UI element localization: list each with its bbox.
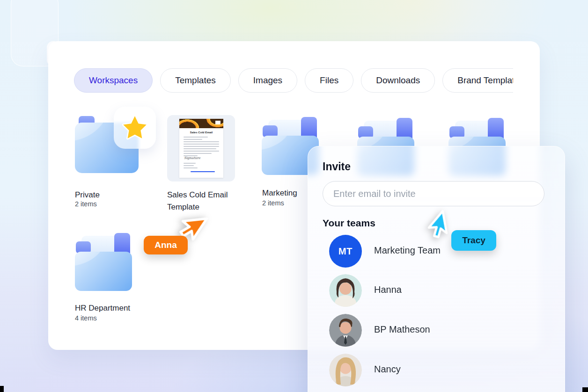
team-row-name: BP Matheson — [374, 324, 430, 335]
folder-private-meta: 2 items — [75, 200, 97, 208]
star-badge — [114, 107, 156, 149]
nancy-avatar — [329, 354, 362, 386]
folder-hr-name: HR Department — [75, 302, 130, 314]
template-header-art — [179, 119, 223, 128]
teams-heading: Your teams — [323, 218, 375, 229]
template-doc-title: Sales Cold Email — [179, 131, 223, 134]
invite-email-input[interactable] — [323, 181, 544, 206]
bp-matheson-avatar — [329, 314, 362, 347]
avatar-initials: MT — [338, 246, 353, 257]
template-logo — [215, 121, 220, 126]
invite-panel: Invite Your teams MT Marketing Team Hann… — [308, 146, 565, 392]
star-icon — [120, 113, 149, 142]
folder-private-name: Private — [75, 189, 100, 201]
tab-templates[interactable]: Templates — [160, 68, 231, 93]
team-row-name: Nancy — [374, 364, 401, 375]
hanna-avatar — [329, 274, 362, 307]
tab-brand-templates[interactable]: Brand Templates — [442, 68, 513, 93]
folder-marketing-name: Marketing — [262, 187, 297, 199]
workspace-screen: Workspaces Templates Images Files Downlo… — [0, 0, 588, 392]
tab-workspaces[interactable]: Workspaces — [74, 68, 153, 93]
screen-corner-artifact — [0, 386, 4, 392]
invite-title: Invite — [323, 160, 351, 173]
template-footer-lines — [184, 163, 202, 170]
team-row-name: Marketing Team — [374, 245, 441, 256]
team-row-name: Hanna — [374, 284, 402, 295]
screen-corner-artifact — [582, 387, 588, 392]
template-link-line — [191, 171, 215, 172]
tab-downloads[interactable]: Downloads — [361, 68, 435, 93]
folder-marketing-meta: 2 items — [262, 199, 284, 207]
tab-images[interactable]: Images — [238, 68, 297, 93]
anna-cursor-label: Anna — [144, 236, 188, 254]
team-row-nancy[interactable]: Nancy — [308, 354, 565, 388]
team-row-hanna[interactable]: Hanna — [308, 274, 565, 309]
template-name: Sales Cold Email Template — [167, 189, 237, 213]
tracy-cursor-label: Tracy — [451, 230, 496, 251]
bp-matheson-portrait — [329, 314, 362, 347]
template-page: Sales Cold Email Signature — [179, 119, 223, 178]
anna-cursor-name: Anna — [154, 240, 177, 250]
hanna-portrait — [329, 274, 362, 307]
tracy-cursor-name: Tracy — [462, 235, 485, 246]
folder-hr-meta: 4 items — [75, 314, 97, 322]
team-row-bp-matheson[interactable]: BP Matheson — [308, 314, 565, 348]
nancy-portrait — [329, 354, 362, 386]
template-sales-cold-email[interactable]: Sales Cold Email Signature — [167, 115, 235, 181]
tab-bar: Workspaces Templates Images Files Downlo… — [74, 68, 513, 94]
tab-files[interactable]: Files — [305, 68, 353, 93]
folder-body — [75, 252, 132, 291]
marketing-team-avatar: MT — [329, 235, 362, 268]
template-text-lines — [184, 137, 219, 158]
template-signature: Signature — [184, 156, 200, 160]
folder-hr-department[interactable] — [75, 233, 132, 291]
